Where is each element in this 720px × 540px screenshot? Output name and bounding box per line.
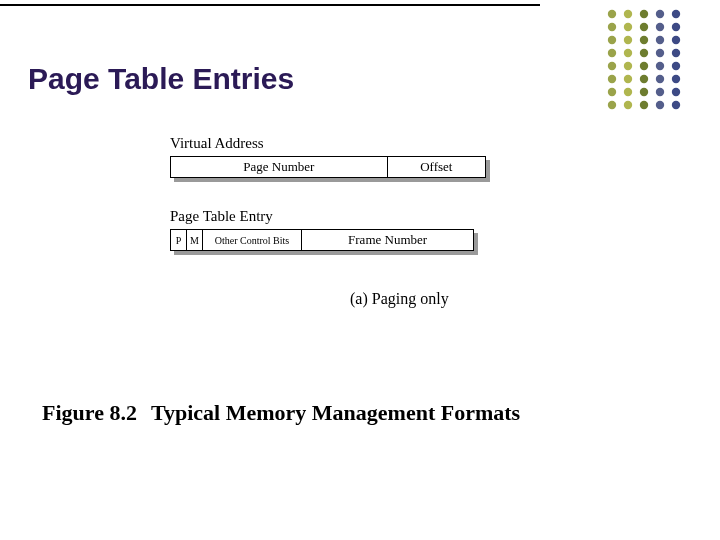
- dots-svg: [552, 8, 702, 118]
- svg-point-22: [640, 88, 648, 96]
- svg-point-17: [640, 23, 648, 31]
- svg-point-2: [608, 36, 616, 44]
- svg-point-24: [656, 10, 664, 18]
- svg-point-39: [672, 101, 680, 109]
- virtual-address-heading: Virtual Address: [170, 135, 530, 152]
- va-page-number-cell: Page Number: [171, 157, 388, 177]
- svg-point-26: [656, 36, 664, 44]
- top-rule: [0, 4, 540, 6]
- pte-p-cell: P: [171, 230, 187, 250]
- svg-point-10: [624, 36, 632, 44]
- svg-point-31: [656, 101, 664, 109]
- svg-point-11: [624, 49, 632, 57]
- svg-point-35: [672, 49, 680, 57]
- svg-point-28: [656, 62, 664, 70]
- page-title: Page Table Entries: [28, 62, 294, 96]
- svg-point-32: [672, 10, 680, 18]
- svg-point-27: [656, 49, 664, 57]
- svg-point-23: [640, 101, 648, 109]
- pte-cells: P M Other Control Bits Frame Number: [170, 229, 474, 251]
- pte-frame-number-cell: Frame Number: [302, 230, 473, 250]
- figure-number: Figure 8.2: [42, 400, 137, 425]
- page-table-entry-row: P M Other Control Bits Frame Number: [170, 229, 530, 255]
- figure-title: Typical Memory Management Formats: [151, 400, 520, 425]
- svg-point-14: [624, 88, 632, 96]
- decorative-dots: [552, 8, 702, 118]
- svg-point-12: [624, 62, 632, 70]
- va-cells: Page Number Offset: [170, 156, 486, 178]
- svg-point-7: [608, 101, 616, 109]
- page-table-entry-heading: Page Table Entry: [170, 208, 530, 225]
- svg-point-4: [608, 62, 616, 70]
- pte-m-cell: M: [187, 230, 203, 250]
- svg-point-34: [672, 36, 680, 44]
- svg-point-18: [640, 36, 648, 44]
- va-offset-cell: Offset: [388, 157, 485, 177]
- figure-caption: Figure 8.2Typical Memory Management Form…: [42, 400, 520, 426]
- svg-point-37: [672, 75, 680, 83]
- svg-point-1: [608, 23, 616, 31]
- svg-point-9: [624, 23, 632, 31]
- svg-point-21: [640, 75, 648, 83]
- pte-other-control-bits-cell: Other Control Bits: [203, 230, 302, 250]
- svg-point-6: [608, 88, 616, 96]
- svg-point-19: [640, 49, 648, 57]
- subcaption: (a) Paging only: [350, 290, 449, 308]
- virtual-address-row: Page Number Offset: [170, 156, 530, 182]
- svg-point-13: [624, 75, 632, 83]
- svg-point-5: [608, 75, 616, 83]
- diagram-area: Virtual Address Page Number Offset Page …: [170, 135, 530, 281]
- svg-point-36: [672, 62, 680, 70]
- svg-point-30: [656, 88, 664, 96]
- svg-point-0: [608, 10, 616, 18]
- svg-point-38: [672, 88, 680, 96]
- svg-point-33: [672, 23, 680, 31]
- svg-point-15: [624, 101, 632, 109]
- svg-point-29: [656, 75, 664, 83]
- svg-point-8: [624, 10, 632, 18]
- svg-point-25: [656, 23, 664, 31]
- svg-point-3: [608, 49, 616, 57]
- svg-point-20: [640, 62, 648, 70]
- svg-point-16: [640, 10, 648, 18]
